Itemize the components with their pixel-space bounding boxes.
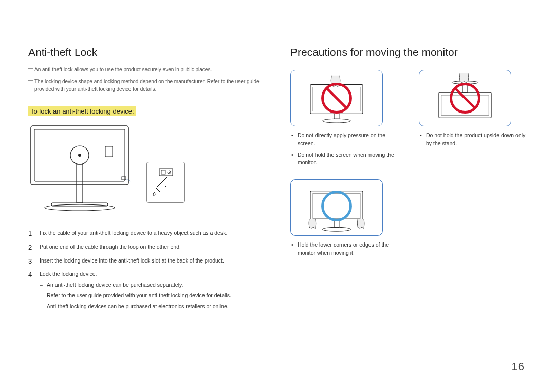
- page-number: 16: [512, 360, 524, 374]
- heading-anti-theft: Anti-theft Lock: [28, 46, 265, 59]
- illus-upside-down: [419, 70, 511, 126]
- svg-rect-2: [105, 146, 113, 157]
- step-4-text: Lock the locking device.: [40, 271, 97, 277]
- svg-point-29: [323, 227, 351, 231]
- note-1: An anti-theft lock allows you to use the…: [28, 66, 265, 73]
- step-1: Fix the cable of your anti-theft locking…: [28, 229, 265, 237]
- svg-point-4: [78, 154, 81, 157]
- diagram-row: [28, 123, 265, 213]
- step-3: Insert the locking device into the anti-…: [28, 256, 265, 265]
- svg-rect-10: [161, 170, 165, 174]
- bullet-upside-down: Do not hold the product upside down only…: [419, 132, 527, 148]
- precaution-row-2: Hold the lower corners or edges of the m…: [290, 175, 527, 260]
- svg-rect-16: [334, 114, 339, 119]
- svg-point-30: [323, 192, 351, 220]
- subheading-lock: To lock an anti-theft locking device:: [28, 106, 136, 116]
- svg-rect-8: [122, 177, 126, 180]
- svg-point-12: [169, 172, 170, 173]
- step-4-sub-c: Anti-theft locking devices can be purcha…: [40, 302, 265, 311]
- svg-rect-5: [77, 164, 83, 203]
- right-column: Precautions for moving the monitor Do: [290, 46, 527, 316]
- svg-line-13: [162, 176, 169, 182]
- heading-precautions: Precautions for moving the monitor: [290, 46, 527, 59]
- svg-rect-26: [310, 191, 363, 221]
- monitor-back-diagram: [28, 123, 131, 213]
- svg-point-17: [323, 119, 351, 123]
- illus-hold-corners: [290, 179, 383, 236]
- step-4: Lock the locking device. An anti-theft l…: [28, 270, 265, 310]
- svg-line-19: [326, 88, 346, 108]
- illus-press-screen: [290, 70, 383, 126]
- svg-line-25: [455, 88, 475, 108]
- bullet-press-screen: Do not directly apply pressure on the sc…: [290, 132, 398, 148]
- note-2: The locking device shape and locking met…: [28, 78, 265, 93]
- svg-rect-27: [313, 194, 360, 219]
- precaution-row-1: Do not directly apply pressure on the sc…: [290, 66, 527, 170]
- svg-point-7: [45, 204, 115, 211]
- step-4-sub-a: An anti-theft locking device can be purc…: [40, 281, 265, 289]
- steps-list: Fix the cable of your anti-theft locking…: [28, 229, 265, 311]
- lock-slot-diagram: [146, 162, 185, 203]
- svg-rect-28: [334, 221, 339, 228]
- step-4-sub-b: Refer to the user guide provided with yo…: [40, 291, 265, 300]
- left-column: Anti-theft Lock An anti-theft lock allow…: [28, 46, 265, 316]
- step-2: Put one end of the cable through the loo…: [28, 242, 265, 251]
- bullet-hold-screen: Do not hold the screen when moving the m…: [290, 151, 398, 167]
- bullet-hold-corners: Hold the lower corners or edges of the m…: [290, 241, 398, 257]
